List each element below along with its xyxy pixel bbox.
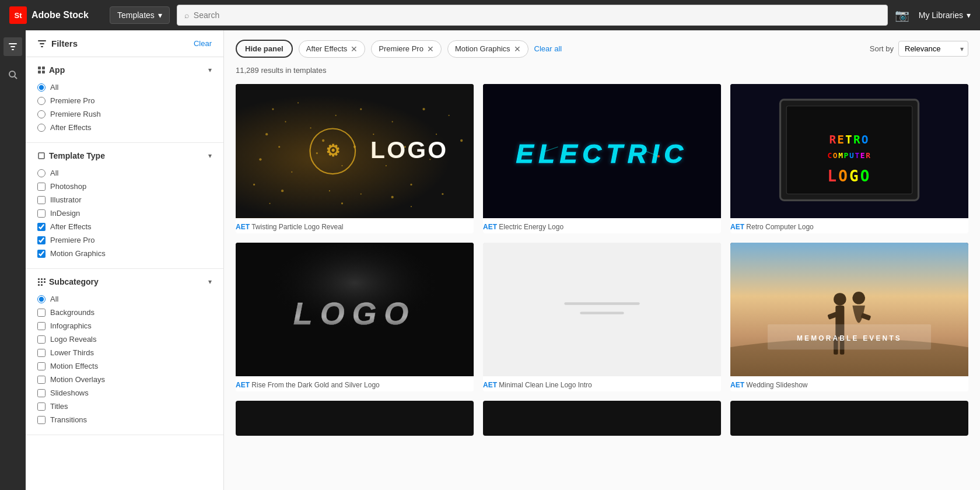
type-option-illustrator[interactable]: Illustrator: [37, 193, 212, 206]
grid-item-8[interactable]: [483, 401, 721, 436]
grid-item-5-title: Minimal Clean Line Logo Intro: [499, 381, 592, 389]
grid-item-1-title: Twisting Particle Logo Reveal: [251, 223, 343, 231]
grid-item-5-thumbnail: [483, 243, 721, 377]
app-section-header[interactable]: App ▾: [37, 65, 212, 75]
after-effects-tag-remove-icon[interactable]: ✕: [351, 44, 358, 54]
type-option-premiere-pro[interactable]: Premiere Pro: [37, 233, 212, 247]
sub-option-backgrounds[interactable]: Backgrounds: [37, 306, 212, 319]
app-section-icon: [37, 66, 46, 74]
svg-rect-76: [580, 312, 624, 314]
sub-lower-thirds-checkbox[interactable]: [37, 349, 46, 357]
svg-rect-5: [38, 40, 46, 41]
after-effects-filter-tag[interactable]: After Effects ✕: [299, 40, 366, 58]
filter-icon-button[interactable]: [4, 37, 22, 56]
motion-graphics-filter-tag[interactable]: Motion Graphics ✕: [447, 40, 528, 58]
app-option-all[interactable]: All: [37, 80, 212, 94]
brand-name: Adobe Stock: [32, 10, 89, 20]
svg-rect-20: [41, 284, 43, 286]
results-context-text: results in templates: [261, 66, 326, 75]
subcategory-section-title: Subcategory: [37, 277, 99, 286]
svg-rect-2: [12, 49, 14, 50]
app-premiere-rush-radio[interactable]: [37, 110, 46, 118]
sub-logo-reveals-checkbox[interactable]: [37, 335, 46, 344]
grid-item-4-badge: AET: [236, 381, 250, 389]
sort-select[interactable]: Relevance Newest Popular: [898, 41, 968, 57]
type-photoshop-checkbox[interactable]: [37, 183, 46, 191]
sub-option-titles[interactable]: Titles: [37, 400, 212, 413]
grid-item-6-thumbnail: MEMORABLE EVENTS: [730, 243, 968, 377]
type-indesign-checkbox[interactable]: [37, 209, 46, 218]
app-after-effects-radio[interactable]: [37, 124, 46, 132]
search-bar: ⌕: [177, 5, 888, 26]
sub-option-motion-effects[interactable]: Motion Effects: [37, 359, 212, 373]
type-all-radio[interactable]: [37, 169, 46, 177]
type-option-all[interactable]: All: [37, 166, 212, 180]
subcategory-section-header[interactable]: Subcategory ▾: [37, 277, 212, 286]
app-option-after-effects[interactable]: After Effects: [37, 121, 212, 134]
grid-item-1-thumbnail: ⚙ LOGO: [236, 84, 474, 218]
clear-filters-link[interactable]: Clear: [194, 39, 212, 48]
type-motion-graphics-checkbox[interactable]: [37, 250, 46, 258]
sub-titles-checkbox[interactable]: [37, 402, 46, 411]
sub-option-motion-overlays[interactable]: Motion Overlays: [37, 373, 212, 386]
svg-point-63: [657, 155, 660, 158]
sub-option-lower-thirds[interactable]: Lower Thirds: [37, 346, 212, 359]
motion-graphics-tag-remove-icon[interactable]: ✕: [514, 44, 521, 54]
app-all-radio[interactable]: [37, 83, 46, 92]
clear-all-button[interactable]: Clear all: [534, 44, 562, 53]
type-option-after-effects[interactable]: After Effects: [37, 220, 212, 233]
sub-option-logo-reveals[interactable]: Logo Reveals: [37, 332, 212, 346]
svg-rect-14: [41, 278, 43, 280]
grid-item-1[interactable]: ⚙ LOGO AET Twisting Particle Logo Reveal: [236, 84, 474, 233]
sub-all-radio[interactable]: [37, 295, 46, 303]
template-type-section-header[interactable]: Template Type ▾: [37, 151, 212, 160]
svg-rect-11: [42, 71, 45, 74]
search-visual-icon-button[interactable]: [4, 65, 22, 84]
svg-rect-16: [38, 281, 40, 283]
type-option-photoshop[interactable]: Photoshop: [37, 180, 212, 193]
sub-infographics-checkbox[interactable]: [37, 322, 46, 330]
type-after-effects-checkbox[interactable]: [37, 223, 46, 231]
hide-panel-button[interactable]: Hide panel: [236, 40, 293, 58]
sort-select-wrapper: Relevance Newest Popular: [898, 41, 968, 57]
templates-dropdown-button[interactable]: Templates ▾: [110, 6, 170, 24]
grid-item-6[interactable]: MEMORABLE EVENTS AET Wedding Slideshow: [730, 243, 968, 392]
top-navigation: St Adobe Stock Templates ▾ ⌕ 📷 My Librar…: [0, 0, 980, 30]
type-option-indesign[interactable]: InDesign: [37, 206, 212, 220]
sub-option-infographics[interactable]: Infographics: [37, 319, 212, 332]
svg-rect-1: [10, 46, 15, 47]
grid-item-4[interactable]: LOGO LOGO AET R: [236, 243, 474, 392]
type-option-motion-graphics[interactable]: Motion Graphics: [37, 247, 212, 260]
svg-rect-15: [44, 278, 46, 280]
my-libraries-button[interactable]: My Libraries ▾: [919, 10, 971, 20]
grid-item-7[interactable]: [236, 401, 474, 436]
premiere-pro-tag-remove-icon[interactable]: ✕: [427, 44, 434, 54]
sub-option-transitions[interactable]: Transitions: [37, 413, 212, 426]
app-option-premiere-rush[interactable]: Premiere Rush: [37, 107, 212, 121]
sub-motion-overlays-checkbox[interactable]: [37, 376, 46, 384]
sub-transitions-checkbox[interactable]: [37, 416, 46, 424]
type-illustrator-checkbox[interactable]: [37, 196, 46, 204]
grid-item-3[interactable]: RETRO COMPUTER LOGO AET Retro Co: [730, 84, 968, 233]
sub-slideshows-checkbox[interactable]: [37, 389, 46, 397]
sub-option-all[interactable]: All: [37, 292, 212, 306]
camera-search-icon[interactable]: 📷: [895, 8, 909, 22]
premiere-pro-filter-tag[interactable]: Premiere Pro ✕: [371, 40, 442, 58]
svg-rect-6: [40, 43, 44, 44]
svg-point-3: [9, 71, 15, 77]
grid-item-5[interactable]: AET Minimal Clean Line Logo Intro: [483, 243, 721, 392]
app-premiere-pro-radio[interactable]: [37, 97, 46, 105]
type-premiere-pro-checkbox[interactable]: [37, 236, 46, 244]
grid-item-2[interactable]: ELECTRIC ELECTRIC: [483, 84, 721, 233]
svg-text:MEMORABLE EVENTS: MEMORABLE EVENTS: [797, 334, 902, 342]
app-section-chevron-icon: ▾: [208, 66, 212, 74]
sub-backgrounds-checkbox[interactable]: [37, 309, 46, 317]
app-option-premiere-pro[interactable]: Premiere Pro: [37, 94, 212, 107]
search-icon: ⌕: [184, 10, 189, 20]
sub-motion-effects-checkbox[interactable]: [37, 362, 46, 370]
svg-point-79: [834, 293, 846, 306]
sub-option-slideshows[interactable]: Slideshows: [37, 386, 212, 400]
search-input[interactable]: [194, 10, 880, 20]
grid-item-9[interactable]: [730, 401, 968, 436]
subcategory-icon: [37, 278, 46, 286]
